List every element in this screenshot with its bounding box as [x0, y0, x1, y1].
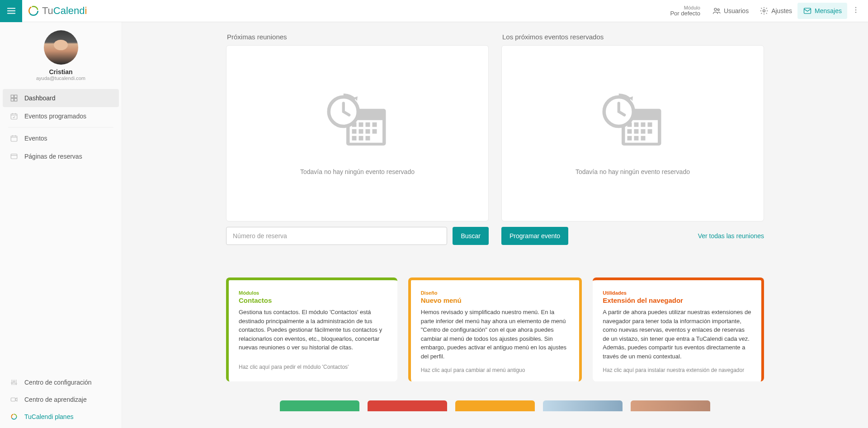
empty-calendar-icon	[599, 91, 667, 155]
tile-image-1[interactable]	[543, 400, 623, 411]
svg-point-8	[855, 9, 857, 11]
nav-main: Dashboard Eventos programados Eventos Pá…	[0, 85, 122, 169]
schedule-event-button[interactable]: Programar evento	[501, 227, 568, 245]
svg-rect-28	[365, 122, 370, 127]
module-value: Por defecto	[670, 10, 700, 17]
info-title: Contactos	[239, 296, 387, 304]
empty-calendar-icon	[324, 91, 392, 155]
svg-rect-12	[11, 99, 14, 101]
tile-green[interactable]	[280, 400, 359, 411]
settings-label: Ajustes	[771, 7, 792, 14]
col-events: Los próximos eventos reservados Todavía …	[501, 33, 764, 245]
search-button[interactable]: Buscar	[453, 227, 489, 245]
svg-rect-42	[641, 122, 645, 127]
meetings-card: Todavía no hay ningún evento reservado	[226, 45, 489, 221]
svg-rect-30	[352, 129, 356, 134]
avatar	[44, 30, 78, 65]
nav-events[interactable]: Eventos	[3, 129, 119, 147]
profile-name: Cristian	[0, 68, 122, 75]
svg-rect-46	[641, 129, 645, 134]
svg-rect-14	[11, 114, 17, 119]
info-card-extension[interactable]: Utilidades Extensión del navegador A par…	[593, 277, 764, 381]
svg-rect-15	[11, 136, 17, 141]
nav-booking-pages-label: Páginas de reservas	[24, 153, 82, 160]
messages-link[interactable]: Mensajes	[797, 3, 847, 19]
svg-point-18	[14, 381, 15, 382]
svg-rect-44	[627, 129, 632, 134]
module-selector[interactable]: Módulo Por defecto	[670, 5, 707, 17]
events-card: Todavía no hay ningún evento reservado	[501, 45, 764, 221]
info-card-contacts[interactable]: Módulos Contactos Gestiona tus contactos…	[226, 277, 397, 381]
video-icon	[10, 395, 18, 404]
tile-red[interactable]	[368, 400, 447, 411]
svg-rect-31	[359, 129, 363, 134]
users-icon	[712, 6, 721, 15]
nav-plans[interactable]: TuCalendi planes	[3, 408, 119, 425]
profile-email: ayuda@tucalendi.com	[0, 75, 122, 81]
info-link[interactable]: Haz clic aquí para cambiar al menú antig…	[421, 367, 570, 373]
col-meetings: Próximas reuniones Todavía no hay ningún…	[226, 33, 489, 245]
bottom-tiles	[226, 400, 764, 411]
settings-link[interactable]: Ajustes	[754, 3, 797, 19]
info-card-menu[interactable]: Diseño Nuevo menú Hemos revisado y simpl…	[408, 277, 582, 381]
sidebar: Cristian ayuda@tucalendi.com Dashboard E…	[0, 22, 122, 428]
logo[interactable]: TuCalendi	[22, 5, 92, 17]
nav-booking-pages[interactable]: Páginas de reservas	[3, 147, 119, 165]
header-right: Módulo Por defecto Usuarios Ajustes Mens…	[670, 2, 868, 19]
nav-scheduled[interactable]: Eventos programados	[3, 107, 119, 125]
reservation-search-input[interactable]	[226, 227, 447, 245]
svg-rect-36	[365, 136, 370, 141]
grid-icon	[10, 94, 18, 102]
svg-rect-27	[359, 122, 363, 127]
nav-events-label: Eventos	[24, 135, 47, 142]
main-content: Próximas reuniones Todavía no hay ningún…	[122, 22, 868, 428]
users-link[interactable]: Usuarios	[707, 3, 754, 19]
events-empty-text: Todavía no hay ningún evento reservado	[576, 168, 690, 175]
events-action-row: Programar evento Ver todas las reuniones	[501, 227, 764, 245]
svg-point-3	[714, 8, 717, 10]
info-title: Extensión del navegador	[603, 296, 751, 304]
svg-point-5	[763, 10, 765, 12]
svg-rect-29	[372, 122, 377, 127]
svg-rect-50	[641, 136, 645, 141]
messages-label: Mensajes	[815, 7, 842, 14]
info-body: Gestiona tus contactos. El módulo 'Conta…	[239, 308, 387, 357]
svg-rect-43	[647, 122, 652, 127]
dots-vertical-icon	[852, 6, 860, 14]
view-all-link[interactable]: Ver todas las reuniones	[698, 232, 764, 240]
nav-learning-center[interactable]: Centro de aprendizaje	[3, 391, 119, 408]
brand-tu: Tu	[42, 5, 53, 17]
svg-rect-13	[14, 99, 17, 101]
info-link[interactable]: Haz clic aquí para instalar nuestra exte…	[603, 367, 751, 373]
svg-rect-49	[634, 136, 638, 141]
tile-image-2[interactable]	[631, 400, 710, 411]
logo-icon	[28, 5, 39, 17]
nav-bottom: Centro de configuración Centro de aprend…	[0, 371, 122, 428]
info-link[interactable]: Haz clic aquí para pedir el módulo 'Cont…	[239, 364, 387, 370]
meetings-empty-text: Todavía no hay ningún evento reservado	[300, 168, 415, 175]
more-menu[interactable]	[847, 2, 864, 19]
info-body: Hemos revisado y simplificado nuestro me…	[421, 308, 570, 361]
svg-rect-34	[352, 136, 356, 141]
nav-dashboard[interactable]: Dashboard	[3, 89, 119, 107]
info-cards-row: Módulos Contactos Gestiona tus contactos…	[226, 277, 764, 381]
info-title: Nuevo menú	[421, 296, 570, 304]
svg-rect-47	[647, 129, 652, 134]
users-label: Usuarios	[724, 7, 749, 14]
profile-block[interactable]: Cristian ayuda@tucalendi.com	[0, 22, 122, 85]
header: TuCalendi Módulo Por defecto Usuarios Aj…	[0, 0, 868, 22]
svg-rect-10	[11, 95, 14, 98]
nav-learning-center-label: Centro de aprendizaje	[24, 396, 87, 403]
svg-rect-41	[634, 122, 638, 127]
info-cat: Módulos	[239, 290, 387, 296]
gear-icon	[760, 6, 769, 15]
svg-rect-16	[11, 154, 17, 159]
info-body: A partir de ahora puedes utilizar nuestr…	[603, 308, 751, 361]
menu-toggle[interactable]	[0, 0, 22, 22]
meetings-title: Próximas reuniones	[226, 33, 489, 41]
nav-config-center[interactable]: Centro de configuración	[3, 374, 119, 391]
envelope-icon	[803, 6, 812, 15]
nav-scheduled-label: Eventos programados	[24, 113, 86, 120]
svg-point-17	[11, 382, 13, 384]
tile-yellow[interactable]	[455, 400, 535, 411]
